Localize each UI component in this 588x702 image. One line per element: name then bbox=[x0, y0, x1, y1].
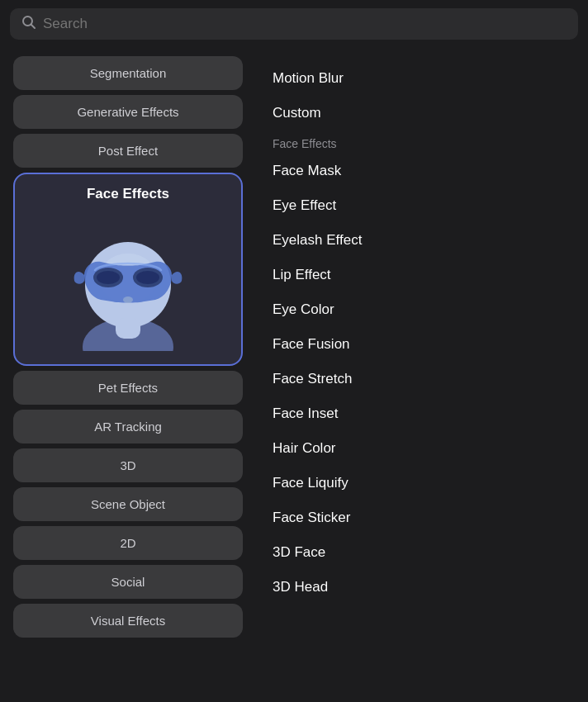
menu-item-face-mask[interactable]: Face Mask bbox=[273, 154, 571, 188]
svg-rect-4 bbox=[116, 318, 140, 339]
sidebar: Segmentation Generative Effects Post Eff… bbox=[0, 48, 256, 700]
sidebar-item-generative-effects[interactable]: Generative Effects bbox=[13, 95, 243, 129]
menu-item-lip-effect[interactable]: Lip Effect bbox=[273, 258, 571, 292]
sidebar-item-face-effects[interactable]: Face Effects bbox=[13, 173, 243, 366]
sidebar-item-scene-object[interactable]: Scene Object bbox=[13, 487, 243, 521]
svg-line-1 bbox=[31, 25, 36, 29]
svg-point-10 bbox=[123, 296, 133, 303]
menu-item-motion-blur[interactable]: Motion Blur bbox=[273, 61, 571, 96]
menu-item-eyelash-effect[interactable]: Eyelash Effect bbox=[273, 223, 571, 258]
content-panel: Motion Blur Custom Face Effects Face Mas… bbox=[256, 48, 588, 700]
menu-item-face-stretch[interactable]: Face Stretch bbox=[273, 362, 571, 396]
menu-item-face-liquify[interactable]: Face Liquify bbox=[273, 466, 571, 500]
face-effects-illustration bbox=[15, 211, 241, 364]
svg-point-9 bbox=[136, 271, 159, 284]
sidebar-item-social[interactable]: Social bbox=[13, 565, 243, 599]
menu-item-custom[interactable]: Custom bbox=[273, 96, 571, 130]
menu-item-face-fusion[interactable]: Face Fusion bbox=[273, 327, 571, 362]
face-effects-label: Face Effects bbox=[74, 174, 183, 211]
search-icon bbox=[21, 15, 36, 33]
menu-item-3d-face[interactable]: 3D Face bbox=[273, 535, 571, 570]
search-input[interactable] bbox=[43, 16, 567, 32]
sidebar-item-3d[interactable]: 3D bbox=[13, 448, 243, 482]
sidebar-item-post-effect[interactable]: Post Effect bbox=[13, 134, 243, 168]
search-bar bbox=[10, 8, 578, 40]
main-layout: Segmentation Generative Effects Post Eff… bbox=[0, 48, 588, 700]
menu-item-eye-effect[interactable]: Eye Effect bbox=[273, 188, 571, 223]
sidebar-item-2d[interactable]: 2D bbox=[13, 526, 243, 560]
svg-point-7 bbox=[97, 271, 120, 284]
sidebar-item-ar-tracking[interactable]: AR Tracking bbox=[13, 410, 243, 443]
sidebar-item-visual-effects[interactable]: Visual Effects bbox=[13, 604, 243, 638]
sidebar-item-segmentation[interactable]: Segmentation bbox=[13, 56, 243, 90]
menu-item-3d-head[interactable]: 3D Head bbox=[273, 570, 571, 605]
section-header-face-effects: Face Effects bbox=[273, 130, 571, 154]
menu-item-hair-color[interactable]: Hair Color bbox=[273, 431, 571, 466]
menu-item-eye-color[interactable]: Eye Color bbox=[273, 292, 571, 327]
sidebar-item-pet-effects[interactable]: Pet Effects bbox=[13, 371, 243, 405]
menu-item-face-inset[interactable]: Face Inset bbox=[273, 396, 571, 431]
menu-item-face-sticker[interactable]: Face Sticker bbox=[273, 500, 571, 535]
